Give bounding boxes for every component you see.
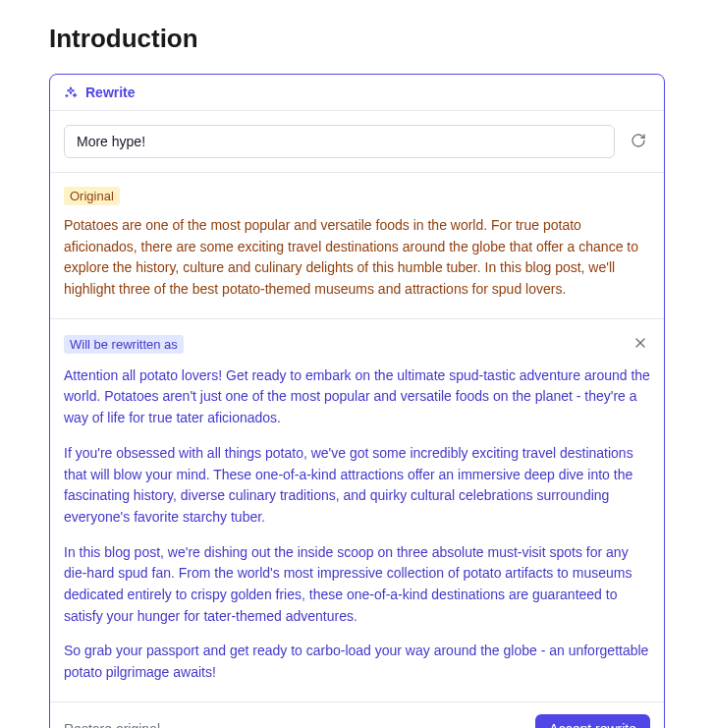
original-section: Original Potatoes are one of the most po… [50,173,664,319]
refresh-button[interactable] [627,129,650,155]
rewritten-text: Attention all potato lovers! Get ready t… [64,365,650,684]
footer-actions: Restore original Accept rewrite [50,702,664,728]
rewritten-paragraph: So grab your passport and get ready to c… [64,641,650,683]
rewritten-paragraph: If you're obsessed with all things potat… [64,443,650,529]
prompt-input[interactable] [64,125,615,158]
rewritten-paragraph: In this blog post, we're dishing out the… [64,542,650,628]
rewritten-header-row: Will be rewritten as [64,333,650,356]
close-icon [632,335,648,354]
rewritten-paragraph: Attention all potato lovers! Get ready t… [64,365,650,429]
close-button[interactable] [631,333,650,356]
rewrite-header: Rewrite [50,75,664,111]
rewrite-label: Rewrite [85,84,136,100]
prompt-row [50,111,664,173]
sparkle-icon [64,85,78,99]
accept-rewrite-button[interactable]: Accept rewrite [535,714,650,728]
rewritten-section: Will be rewritten as Attention all potat… [50,319,664,702]
refresh-icon [631,133,646,151]
page-title: Introduction [49,24,665,54]
restore-original-button[interactable]: Restore original [64,721,160,728]
original-badge: Original [64,187,120,205]
rewrite-card: Rewrite Original Potatoes are one of the… [49,74,665,728]
rewritten-badge: Will be rewritten as [64,335,184,354]
original-text: Potatoes are one of the most popular and… [64,215,650,301]
